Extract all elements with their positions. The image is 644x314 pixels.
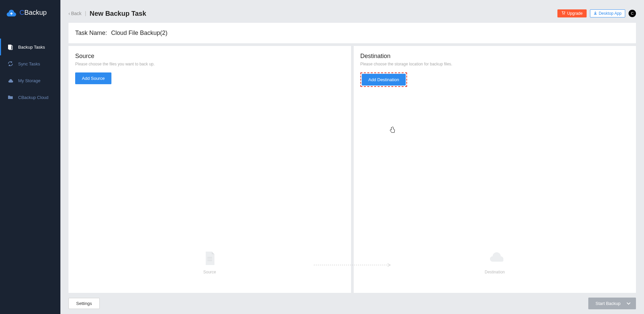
start-label: Start Backup (596, 301, 621, 306)
logo-text: CBackup (19, 9, 47, 16)
upgrade-button[interactable]: Upgrade (557, 9, 587, 17)
highlight-box: Add Destination (360, 72, 407, 87)
sidebar-item-label: My Storage (18, 78, 40, 83)
back-link[interactable]: ‹ Back (68, 11, 82, 16)
sidebar-item-label: Sync Tasks (18, 61, 40, 66)
task-name-bar: Task Name: Cloud File Backup(2) (68, 23, 636, 43)
cloud-logo-icon (7, 9, 16, 16)
sidebar-item-sync-tasks[interactable]: Sync Tasks (0, 55, 60, 72)
settings-button[interactable]: Settings (68, 298, 100, 309)
add-source-button[interactable]: Add Source (75, 72, 111, 84)
folder-icon (7, 94, 13, 100)
cloud-icon (7, 77, 13, 84)
header: ‹ Back | New Backup Task Upgrade D (60, 0, 644, 23)
sidebar-item-backup-tasks[interactable]: Backup Tasks (0, 39, 60, 55)
desktop-label: Desktop App (599, 11, 622, 16)
svg-point-8 (501, 259, 503, 262)
sidebar-item-label: Backup Tasks (18, 45, 45, 50)
back-text: Back (71, 11, 82, 16)
svg-rect-5 (207, 259, 212, 259)
nav: Backup Tasks Sync Tasks My Storage CBack… (0, 39, 60, 106)
svg-rect-0 (8, 45, 11, 49)
destination-panel: Destination Please choose the storage lo… (354, 46, 636, 293)
file-icon (203, 251, 216, 266)
svg-rect-6 (207, 260, 212, 261)
svg-point-2 (562, 14, 563, 15)
avatar-text: C (631, 11, 634, 15)
avatar[interactable]: C (629, 10, 636, 17)
destination-title: Destination (360, 53, 630, 60)
cart-icon (561, 11, 565, 16)
chevron-left-icon: ‹ (68, 11, 70, 16)
footer: Settings Start Backup (60, 293, 644, 314)
cursor-icon (389, 126, 395, 133)
start-backup-button[interactable]: Start Backup (588, 298, 636, 309)
main: ‹ Back | New Backup Task Upgrade D (60, 0, 644, 314)
logo[interactable]: CBackup (0, 0, 60, 25)
svg-rect-4 (207, 257, 212, 258)
divider: | (85, 10, 86, 16)
source-title: Source (75, 53, 344, 60)
download-icon (594, 11, 597, 16)
sidebar-item-my-storage[interactable]: My Storage (0, 72, 60, 89)
sidebar: CBackup Backup Tasks Sync Tasks My Stora… (0, 0, 60, 314)
cloud-placeholder-icon (488, 251, 501, 266)
source-panel: Source Please choose the files you want … (68, 46, 351, 293)
task-name-value[interactable]: Cloud File Backup(2) (111, 30, 167, 37)
task-name-label: Task Name: (75, 30, 107, 37)
sidebar-item-cbackup-cloud[interactable]: CBackup Cloud (0, 89, 60, 106)
add-destination-button[interactable]: Add Destination (362, 74, 406, 86)
content: Task Name: Cloud File Backup(2) Source P… (60, 23, 644, 293)
source-hint: Please choose the files you want to back… (75, 62, 344, 66)
page-title: New Backup Task (90, 10, 146, 17)
desktop-app-button[interactable]: Desktop App (590, 9, 625, 17)
upgrade-label: Upgrade (567, 11, 583, 16)
sidebar-item-label: CBackup Cloud (18, 95, 48, 100)
destination-hint: Please choose the storage location for b… (360, 62, 630, 66)
sync-icon (7, 61, 13, 67)
source-placeholder-text: Source (203, 270, 216, 274)
source-placeholder: Source (203, 251, 216, 274)
svg-point-3 (564, 14, 564, 15)
chevron-down-icon (627, 301, 631, 306)
panels: Source Please choose the files you want … (68, 46, 636, 293)
backup-icon (7, 44, 13, 50)
destination-placeholder: Destination (485, 251, 505, 274)
destination-placeholder-text: Destination (485, 270, 505, 274)
